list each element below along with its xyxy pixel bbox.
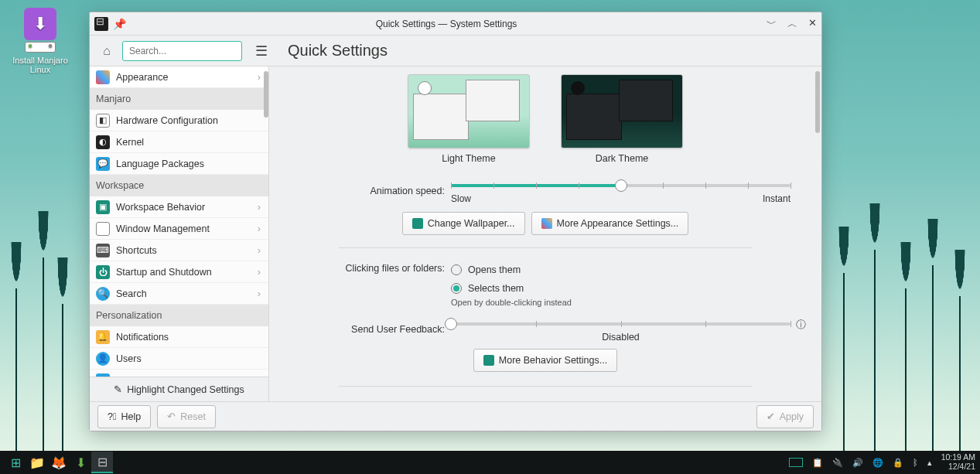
window-footer: ?⃝ Help ↶ Reset ✔ Apply (90, 401, 821, 431)
titlebar[interactable]: 📌 Quick Settings — System Settings ﹀ ︿ ✕ (90, 12, 821, 36)
apply-button[interactable]: ✔ Apply (756, 405, 814, 428)
radio-selects-them[interactable]: Selects them (451, 279, 790, 298)
info-icon[interactable]: ⓘ (796, 318, 806, 332)
feedback-slider[interactable] (451, 316, 790, 330)
power-icon: ⏻ (96, 265, 110, 279)
instant-label: Instant (763, 193, 790, 204)
network-tray-icon[interactable]: 🌐 (872, 458, 883, 468)
desktop-icon-label: Install Manjaro Linux (12, 56, 69, 74)
sidebar-item-appearance[interactable]: Appearance › (90, 66, 268, 88)
toolbar: ⌂ ☰ Quick Settings (90, 36, 821, 66)
help-icon: ?⃝ (108, 411, 117, 422)
clock[interactable]: 10:19 AM 12/4/21 (941, 453, 975, 471)
dark-theme-thumbnail (561, 74, 683, 148)
divider (339, 386, 752, 387)
feedback-value-label: Disabled (451, 332, 790, 343)
desktop-icon: ▣ (96, 200, 110, 214)
start-menu-button[interactable]: ⊞ (5, 452, 26, 473)
radio-icon (451, 283, 462, 294)
sidebar-item-label: Notifications (116, 332, 169, 343)
behavior-icon (483, 355, 494, 366)
animation-speed-slider[interactable] (451, 178, 790, 192)
sidebar-item-shortcuts[interactable]: ⌨ Shortcuts › (90, 240, 268, 261)
keyboard-icon: ⌨ (96, 244, 110, 257)
content-pane: Light Theme Dark Theme Animation speed: (269, 66, 821, 401)
vault-tray-icon[interactable]: 🔒 (893, 458, 903, 468)
speech-bubble-icon: 💬 (96, 157, 110, 171)
chevron-right-icon: › (258, 223, 261, 234)
chip-icon: ◧ (96, 114, 110, 128)
content-scrollbar[interactable] (815, 71, 820, 133)
sidebar-item-window-management[interactable]: Window Management › (90, 218, 268, 240)
reset-button[interactable]: ↶ Reset (157, 405, 216, 428)
app-icon (94, 17, 108, 31)
search-icon: 🔍 (96, 287, 110, 301)
sidebar-item-users[interactable]: 👤 Users (90, 348, 268, 370)
clock-date: 12/4/21 (941, 462, 975, 472)
feedback-label: Send User Feedback: (300, 324, 451, 335)
chevron-right-icon: › (258, 201, 261, 213)
show-desktop-button[interactable] (789, 458, 803, 467)
clipboard-tray-icon[interactable]: 📋 (812, 458, 823, 468)
sidebar-item-label: Shortcuts (116, 245, 157, 256)
usb-tray-icon[interactable]: 🔌 (832, 458, 843, 468)
light-theme-label: Light Theme (408, 153, 530, 164)
radio-label: Selects them (468, 283, 524, 294)
more-behavior-button[interactable]: More Behavior Settings... (473, 349, 617, 372)
user-icon: 👤 (96, 352, 110, 366)
help-button[interactable]: ?⃝ Help (97, 405, 151, 428)
animation-speed-label: Animation speed: (300, 186, 451, 196)
sidebar-item-hardware-config[interactable]: ◧ Hardware Configuration (90, 110, 268, 131)
button-label: Change Wallpaper... (428, 218, 515, 229)
palette-icon (541, 218, 552, 229)
minimize-button[interactable]: ﹀ (767, 17, 777, 31)
system-settings-window: 📌 Quick Settings — System Settings ﹀ ︿ ✕… (89, 12, 822, 431)
sidebar-item-label: Workspace Behavior (116, 202, 205, 213)
sidebar-item-workspace-behavior[interactable]: ▣ Workspace Behavior › (90, 196, 268, 218)
sidebar-item-language-packages[interactable]: 💬 Language Packages (90, 153, 268, 175)
maximize-button[interactable]: ︿ (787, 17, 797, 31)
more-appearance-button[interactable]: More Appearance Settings... (531, 212, 689, 235)
button-label: Help (121, 411, 142, 422)
highlight-changed-button[interactable]: ✎ Highlight Changed Settings (90, 377, 268, 401)
sidebar-item-label: Search (116, 288, 147, 299)
sidebar-scrollbar[interactable] (264, 71, 268, 118)
file-manager-button[interactable]: 📁 (26, 452, 48, 473)
firefox-button[interactable]: 🦊 (48, 452, 70, 473)
radio-opens-them[interactable]: Opens them (451, 261, 790, 279)
divider (339, 247, 752, 248)
theme-light-card[interactable]: Light Theme (408, 74, 530, 164)
button-label: Reset (180, 411, 206, 422)
close-button[interactable]: ✕ (808, 17, 817, 31)
theme-dark-card[interactable]: Dark Theme (561, 74, 683, 164)
palette-icon (96, 70, 110, 84)
chevron-right-icon: › (258, 266, 261, 278)
home-button[interactable]: ⌂ (97, 42, 116, 60)
radio-label: Opens them (468, 264, 521, 275)
pin-icon[interactable]: 📌 (113, 18, 126, 30)
tray-expand-icon[interactable]: ▴ (927, 458, 932, 468)
search-input[interactable] (122, 41, 242, 61)
updates-button[interactable]: ⬇ (70, 452, 91, 473)
radio-icon (451, 264, 462, 275)
desktop-icon-install-manjaro[interactable]: ⬇ Install Manjaro Linux (12, 8, 69, 74)
sidebar-item-search[interactable]: 🔍 Search › (90, 283, 268, 305)
sidebar-item-startup-shutdown[interactable]: ⏻ Startup and Shutdown › (90, 261, 268, 283)
bluetooth-tray-icon[interactable]: ᛒ (913, 458, 918, 467)
check-icon: ✔ (767, 411, 775, 422)
sidebar-item-label: Users (116, 353, 142, 364)
clicking-hint: Open by double-clicking instead (451, 298, 790, 307)
download-icon: ⬇ (24, 8, 56, 40)
sidebar-item-label: Hardware Configuration (116, 115, 218, 126)
window-icon (96, 222, 110, 236)
volume-tray-icon[interactable]: 🔊 (852, 458, 863, 468)
undo-icon: ↶ (167, 411, 176, 422)
sidebar-item-label: Window Management (116, 223, 210, 234)
system-settings-taskbar-button[interactable]: ⊟ (91, 452, 113, 473)
chevron-right-icon: › (258, 288, 261, 299)
sidebar-item-kernel[interactable]: ◐ Kernel (90, 131, 268, 153)
taskbar[interactable]: ⊞ 📁 🦊 ⬇ ⊟ 📋 🔌 🔊 🌐 🔒 ᛒ ▴ 10:19 AM 12/4/21 (0, 451, 980, 474)
sidebar-item-notifications[interactable]: 🔔 Notifications (90, 326, 268, 348)
hamburger-menu-button[interactable]: ☰ (255, 43, 268, 60)
change-wallpaper-button[interactable]: Change Wallpaper... (402, 212, 525, 235)
